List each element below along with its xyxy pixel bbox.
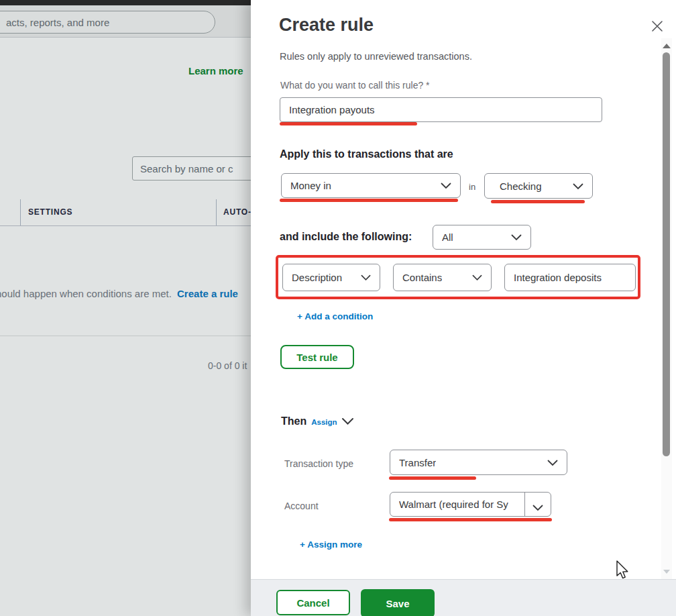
assign-more-link[interactable]: + Assign more [300, 540, 362, 550]
column-header-settings: SETTINGS [28, 207, 72, 217]
learn-more-link[interactable]: Learn more [188, 65, 243, 76]
panel-subtitle: Rules only apply to unreviewed transacti… [280, 51, 472, 62]
then-section-header: Then Assign [281, 414, 354, 428]
include-section-heading: and include the following: [280, 231, 412, 243]
match-all-value: All [442, 232, 453, 243]
apply-section-heading: Apply this to transactions that are [280, 148, 453, 160]
chevron-down-icon [511, 232, 522, 243]
condition-value-input[interactable]: Integration deposits [504, 264, 636, 291]
condition-operator-select[interactable]: Contains [393, 264, 492, 291]
annotation-underline [280, 199, 458, 202]
rule-name-value: Integration payouts [289, 104, 375, 115]
create-rule-link[interactable]: Create a rule [177, 288, 238, 299]
table-header-border [0, 225, 251, 226]
annotation-underline [389, 518, 552, 521]
transaction-type-value: Transfer [399, 457, 436, 468]
match-all-select[interactable]: All [433, 225, 531, 250]
rules-search-input[interactable]: Search by name or c [132, 156, 260, 181]
table-column-divider [216, 199, 217, 226]
close-icon[interactable] [649, 18, 665, 34]
annotation-underline [491, 200, 585, 203]
chevron-down-icon [532, 502, 543, 513]
rules-search-text: Search by name or c [140, 163, 233, 174]
column-header-auto: AUTO- [223, 207, 251, 217]
select-divider [524, 493, 525, 516]
rule-name-input[interactable]: Integration payouts [280, 97, 602, 122]
empty-state-text: hould happen when conditions are met. [0, 288, 172, 299]
create-rule-panel: Create rule Rules only apply to unreview… [251, 0, 676, 616]
rule-name-label: What do you want to call this rule? * [280, 80, 430, 91]
transaction-type-select[interactable]: Transfer [390, 450, 567, 475]
transaction-type-label: Transaction type [284, 458, 353, 469]
then-heading: Then [281, 415, 306, 427]
assign-toggle[interactable]: Assign [311, 418, 337, 426]
add-condition-link[interactable]: + Add a condition [297, 311, 373, 321]
empty-state-row: hould happen when conditions are met. Cr… [0, 288, 238, 299]
bank-account-select[interactable]: Checking [484, 173, 593, 199]
chevron-down-icon [472, 272, 482, 283]
chevron-down-icon[interactable] [341, 416, 354, 428]
save-label: Save [386, 598, 409, 609]
chevron-down-icon [547, 457, 558, 468]
cancel-label: Cancel [296, 597, 329, 609]
save-button[interactable]: Save [361, 589, 435, 616]
test-rule-button[interactable]: Test rule [280, 345, 354, 369]
in-label: in [469, 182, 475, 192]
chevron-down-icon [361, 272, 371, 283]
condition-operator-value: Contains [402, 272, 442, 283]
page-header: acts, reports, and more [0, 5, 251, 38]
table-footer-divider [0, 336, 251, 336]
account-value: Walmart (required for Sy [399, 499, 508, 510]
table-column-divider [20, 199, 21, 226]
panel-title: Create rule [279, 15, 374, 36]
cancel-button[interactable]: Cancel [276, 590, 350, 615]
annotation-underline [389, 476, 476, 480]
screen: acts, reports, and more Learn more Searc… [0, 0, 676, 616]
condition-field-value: Description [292, 272, 342, 283]
scrollbar-up-icon[interactable] [663, 44, 671, 48]
panel-footer: Cancel Save [251, 579, 676, 616]
condition-value-text: Integration deposits [514, 272, 602, 283]
global-search-input[interactable]: acts, reports, and more [0, 11, 215, 34]
scrollbar-thumb[interactable] [663, 52, 670, 456]
global-search-text: acts, reports, and more [6, 17, 109, 28]
chevron-down-icon [573, 181, 583, 192]
money-flow-select[interactable]: Money in [281, 173, 461, 198]
condition-field-select[interactable]: Description [282, 264, 380, 291]
top-nav-bar [0, 0, 251, 5]
money-flow-value: Money in [290, 180, 331, 191]
pagination-text: 0-0 of 0 it [208, 360, 247, 371]
chevron-down-icon [441, 180, 451, 191]
account-select[interactable]: Walmart (required for Sy [390, 492, 551, 517]
test-rule-label: Test rule [296, 352, 337, 363]
account-label: Account [284, 501, 319, 511]
panel-scrollbar[interactable] [661, 38, 672, 579]
annotation-underline [280, 122, 417, 125]
bank-account-value: Checking [500, 181, 542, 192]
scrollbar-down-icon[interactable] [663, 570, 670, 574]
